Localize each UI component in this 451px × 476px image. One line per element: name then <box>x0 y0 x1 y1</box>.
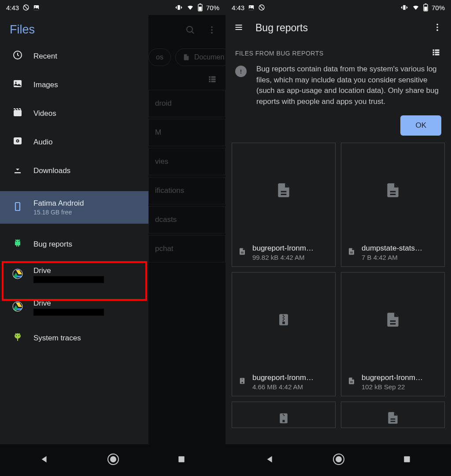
svg-rect-43 <box>424 7 427 11</box>
android-icon <box>12 238 23 251</box>
svg-rect-80 <box>283 414 284 415</box>
back-button[interactable] <box>265 454 275 466</box>
battery-icon <box>423 4 428 11</box>
file-card-partial[interactable] <box>232 402 336 428</box>
sidebar-item-videos[interactable]: Videos <box>0 99 148 128</box>
svg-point-27 <box>18 241 19 242</box>
svg-rect-61 <box>350 252 353 252</box>
home-button[interactable] <box>107 453 120 468</box>
recents-button[interactable] <box>403 455 411 465</box>
battery-percent: 70% <box>206 4 219 11</box>
dnd-icon <box>22 4 30 11</box>
svg-rect-83 <box>391 418 396 420</box>
vibrate-icon <box>175 4 183 11</box>
sidebar-item-downloads[interactable]: Downloads <box>0 156 148 185</box>
svg-rect-60 <box>390 194 396 195</box>
file-card[interactable]: bugreport-Ironm…4.66 MB 4:42 AM <box>232 272 336 396</box>
more-icon[interactable] <box>433 22 442 34</box>
svg-rect-67 <box>284 318 285 320</box>
svg-rect-40 <box>403 5 405 10</box>
svg-rect-51 <box>433 54 434 55</box>
list-view-icon[interactable] <box>431 48 441 59</box>
screenshot-bug-reports: 4:43 70% Bug reports FILES FROM BUG REPO… <box>226 0 451 476</box>
wifi-icon <box>412 4 420 11</box>
svg-rect-82 <box>283 420 285 422</box>
svg-point-35 <box>110 456 116 462</box>
svg-point-86 <box>336 456 342 462</box>
svg-rect-50 <box>435 52 440 53</box>
app-bar: Bug reports <box>226 15 451 41</box>
status-bar: 4:43 70% <box>226 0 451 15</box>
home-button[interactable] <box>332 453 345 468</box>
system-nav-bar <box>0 444 226 476</box>
svg-point-23 <box>17 140 18 142</box>
drive-icon <box>12 269 23 281</box>
file-icon <box>275 181 292 202</box>
svg-rect-25 <box>15 203 20 210</box>
sidebar-item-drive[interactable]: Drive <box>0 291 148 324</box>
audio-icon <box>12 136 23 148</box>
svg-rect-53 <box>240 70 241 72</box>
section-label: FILES FROM BUG REPORTS <box>235 50 324 57</box>
svg-point-45 <box>436 26 438 28</box>
svg-rect-62 <box>350 253 353 253</box>
sidebar-item-drive[interactable]: Drive <box>0 258 148 291</box>
redacted <box>33 309 104 316</box>
svg-rect-6 <box>199 7 201 11</box>
svg-rect-31 <box>17 338 18 341</box>
svg-rect-65 <box>284 316 285 317</box>
svg-point-44 <box>436 23 438 25</box>
svg-rect-78 <box>350 382 353 383</box>
file-icon <box>386 410 400 428</box>
redacted <box>33 276 104 283</box>
sidebar-item-device[interactable]: Fatima Android 15.18 GB free <box>0 191 148 224</box>
svg-rect-59 <box>390 191 396 192</box>
svg-point-2 <box>35 6 36 7</box>
svg-point-26 <box>16 241 17 242</box>
file-icon <box>384 181 401 202</box>
status-bar: 4:43 70% <box>0 0 226 15</box>
file-card[interactable]: bugreport-Ironm…102 kB Sep 22 <box>341 272 445 396</box>
ok-button[interactable]: OK <box>400 115 441 136</box>
svg-point-32 <box>16 335 17 336</box>
back-button[interactable] <box>40 454 49 466</box>
svg-rect-56 <box>281 194 287 195</box>
sidebar-item-bug-reports[interactable]: Bug reports <box>0 230 148 258</box>
recents-button[interactable] <box>177 455 186 465</box>
svg-rect-75 <box>390 321 396 322</box>
svg-rect-20 <box>14 110 22 116</box>
sidebar-item-recent[interactable]: Recent <box>0 42 148 70</box>
svg-rect-72 <box>242 379 243 380</box>
clock-icon <box>12 50 23 63</box>
file-small-icon <box>347 247 355 258</box>
screenshot-drawer: 4:43 70% os Documen droid M vies ificati… <box>0 0 226 476</box>
file-small-icon <box>238 247 246 258</box>
svg-point-54 <box>240 73 241 74</box>
hamburger-icon[interactable] <box>233 23 244 33</box>
sidebar-item-audio[interactable]: Audio <box>0 128 148 156</box>
photo-icon <box>33 4 40 11</box>
svg-point-19 <box>15 82 17 83</box>
svg-point-46 <box>436 29 438 31</box>
svg-rect-74 <box>242 382 243 383</box>
svg-rect-68 <box>283 320 284 321</box>
sidebar-item-images[interactable]: Images <box>0 70 148 99</box>
status-time: 4:43 <box>6 4 19 11</box>
zip-small-icon <box>238 376 246 387</box>
file-card[interactable]: dumpstate-stats…7 B 4:42 AM <box>341 143 445 267</box>
svg-rect-24 <box>15 172 21 173</box>
drive-icon <box>12 301 23 314</box>
file-icon <box>384 310 401 331</box>
system-nav-bar <box>226 444 451 476</box>
vibrate-icon <box>400 4 408 11</box>
sidebar-item-system-traces[interactable]: System traces <box>0 324 148 352</box>
file-card[interactable]: bugreport-Ironm…99.82 kB 4:42 AM <box>232 143 336 267</box>
svg-rect-71 <box>242 378 242 379</box>
battery-icon <box>198 4 203 11</box>
nav-drawer: Files Recent Images Videos Audio Downloa… <box>0 15 148 444</box>
wifi-icon <box>186 4 194 11</box>
svg-rect-81 <box>284 415 285 416</box>
svg-rect-73 <box>242 380 242 380</box>
file-card-partial[interactable] <box>341 402 445 428</box>
svg-rect-64 <box>283 315 284 316</box>
